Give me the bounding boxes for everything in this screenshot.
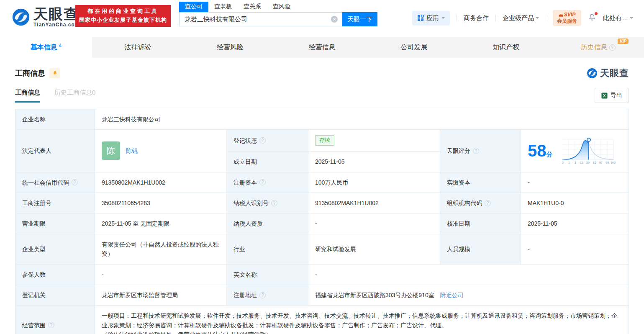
apps-button[interactable]: 应用 bbox=[412, 11, 450, 26]
clear-icon[interactable]: ✕ bbox=[331, 16, 338, 23]
score-unit: 分 bbox=[547, 151, 553, 158]
tab-operating-info[interactable]: 经营信息 bbox=[276, 37, 368, 58]
help-icon[interactable]: ? bbox=[271, 200, 277, 206]
org-code-label: 组织机构代码 ? bbox=[440, 193, 521, 213]
score-distribution-chart: 0 1 3 15 50 85 97 99 100 bbox=[559, 136, 618, 165]
tab-legal-proceedings[interactable]: 法律诉讼 bbox=[92, 37, 184, 58]
help-icon[interactable]: ? bbox=[485, 200, 491, 206]
score-cell[interactable]: 58分 bbox=[521, 130, 629, 172]
enterprise-label: 企业级产品 bbox=[503, 14, 534, 22]
slogan-line1: 都在用的商业查询工具 bbox=[87, 7, 159, 16]
registered-capital-label: 注册资本 ? bbox=[227, 172, 308, 193]
org-code-value: MAK1H1U0-0 bbox=[521, 193, 629, 213]
table-row: 企业类型 有限责任公司（非自然人投资或控股的法人独资） 行业 研究和试验发展 人… bbox=[15, 234, 629, 264]
subtab-history-business-info[interactable]: 历史工商信息0 bbox=[54, 89, 95, 103]
divider bbox=[457, 15, 457, 21]
tab-history-info[interactable]: VIP 历史信息 ? bbox=[552, 37, 644, 58]
registration-authority-value: 龙岩市新罗区市场监督管理局 bbox=[95, 285, 227, 305]
company-type-value: 有限责任公司（非自然人投资或控股的法人独资） bbox=[95, 234, 227, 264]
crown-icon bbox=[559, 13, 563, 17]
search-tab-company[interactable]: 查公司 bbox=[179, 2, 208, 12]
business-scope-note: （除依法须经批准的项目外，凭营业执照依法自主开展经营活动） bbox=[102, 330, 622, 334]
established-date-label: 成立日期 bbox=[227, 152, 308, 172]
paid-in-capital-value: - bbox=[521, 172, 629, 193]
svg-text:100: 100 bbox=[611, 161, 616, 164]
svg-text:99: 99 bbox=[606, 161, 609, 164]
chevron-down-icon bbox=[536, 17, 539, 21]
registration-number-value: 350802110654283 bbox=[95, 193, 227, 213]
industry-label: 行业 bbox=[227, 234, 308, 264]
divider bbox=[546, 15, 546, 21]
search-tab-relation[interactable]: 查关系 bbox=[238, 2, 267, 12]
help-icon[interactable]: ? bbox=[473, 148, 479, 154]
search-tab-boss[interactable]: 查老板 bbox=[208, 2, 238, 12]
help-icon[interactable]: ? bbox=[72, 179, 78, 185]
avatar[interactable]: 陈 bbox=[102, 141, 120, 160]
company-name-label: 企业名称 bbox=[15, 109, 95, 130]
user-account-menu[interactable]: 此处有… bbox=[603, 14, 633, 22]
logo-domain: TianYanCha.com bbox=[33, 22, 80, 27]
tab-basic-info-label: 基本信息 bbox=[31, 43, 57, 52]
export-button[interactable]: 导出 bbox=[595, 88, 629, 103]
help-icon[interactable]: ? bbox=[259, 137, 266, 144]
svg-text:15: 15 bbox=[580, 161, 583, 164]
search-tab-risk[interactable]: 查风险 bbox=[267, 2, 296, 12]
help-icon[interactable]: ? bbox=[259, 179, 266, 185]
legal-rep-cell: 陈 陈锟 bbox=[95, 130, 227, 172]
tab-company-development[interactable]: 公司发展 bbox=[368, 37, 460, 58]
svg-text:0: 0 bbox=[562, 161, 564, 164]
credit-code-value: 91350802MAK1H1U002 bbox=[95, 172, 227, 193]
search-area: 查公司 查老板 查关系 查风险 ✕ 天眼一下 bbox=[179, 2, 377, 26]
tianyancha-watermark: 天眼查 bbox=[587, 67, 629, 80]
chevron-down-icon bbox=[441, 17, 445, 21]
notifications-bell[interactable] bbox=[588, 13, 596, 23]
svg-text:1: 1 bbox=[568, 161, 570, 164]
registration-authority-label: 登记机关 bbox=[15, 285, 95, 305]
nearby-companies-link[interactable]: 附近公司 bbox=[440, 292, 464, 298]
taxpayer-id-label: 纳税人识别号 ? bbox=[227, 193, 308, 213]
tianyancha-logo-icon bbox=[587, 68, 598, 79]
status-badge: 存续 bbox=[315, 135, 334, 146]
score-value: 58 bbox=[528, 141, 547, 160]
excel-icon bbox=[601, 92, 608, 99]
industry-value: 研究和试验发展 bbox=[308, 234, 440, 264]
subscribe-bell-button[interactable] bbox=[49, 68, 60, 78]
tab-intellectual-property[interactable]: 知识产权 bbox=[460, 37, 552, 58]
established-date-value: 2025-11-05 bbox=[308, 152, 440, 172]
search-button[interactable]: 天眼一下 bbox=[342, 12, 377, 26]
business-term-label: 营业期限 bbox=[15, 213, 95, 234]
taxpayer-qualification-label: 纳税人资质 bbox=[227, 213, 308, 234]
registered-address-value: 福建省龙岩市新罗区西陂路303号办公楼910室 附近公司 bbox=[308, 285, 629, 305]
slogan-banner: 都在用的商业查询工具 国家中小企业发展子基金旗下机构 bbox=[75, 5, 171, 27]
business-info-subtabs: 工商信息 历史工商信息0 bbox=[15, 89, 95, 103]
help-icon[interactable]: ? bbox=[609, 44, 616, 51]
menu-cooperation[interactable]: 商务合作 bbox=[464, 14, 489, 22]
svip-membership-badge[interactable]: SVIP 会员服务 bbox=[553, 10, 581, 26]
score-label: 天眼评分 ? bbox=[440, 130, 521, 172]
reg-status-label: 登记状态 ? bbox=[227, 130, 308, 152]
business-scope-label: 经营范围 ? bbox=[15, 306, 95, 334]
svip-line1: SVIP bbox=[564, 12, 575, 18]
search-input[interactable] bbox=[180, 13, 342, 26]
tab-basic-info[interactable]: 基本信息 4 bbox=[0, 37, 92, 58]
export-label: 导出 bbox=[611, 92, 622, 99]
insured-count-value: - bbox=[95, 264, 227, 285]
legal-rep-link[interactable]: 陈锟 bbox=[126, 146, 138, 155]
registered-address-label: 注册地址 ? bbox=[227, 285, 308, 305]
logo-brand: 天眼查 bbox=[33, 7, 80, 21]
menu-enterprise-products[interactable]: 企业级产品 bbox=[503, 14, 539, 22]
business-term-value: 2025-11-05 至 无固定期限 bbox=[95, 213, 227, 234]
tab-operating-risk[interactable]: 经营风险 bbox=[184, 37, 276, 58]
subtab-business-info[interactable]: 工商信息 bbox=[15, 89, 40, 103]
user-account-label: 此处有… bbox=[603, 14, 628, 22]
help-icon[interactable]: ? bbox=[259, 292, 266, 298]
svg-text:85: 85 bbox=[593, 161, 596, 164]
help-icon[interactable]: ? bbox=[48, 322, 54, 328]
tianyancha-logo[interactable]: 天眼查 TianYanCha.com bbox=[12, 7, 80, 27]
page-header: 天眼查 TianYanCha.com 都在用的商业查询工具 国家中小企业发展子基… bbox=[0, 0, 644, 37]
apps-grid-icon bbox=[417, 15, 424, 21]
company-name-value: 龙岩三快科技有限公司 bbox=[95, 109, 629, 130]
tianyancha-logo-icon bbox=[12, 8, 30, 26]
notification-dot bbox=[595, 12, 598, 15]
cooperation-label: 商务合作 bbox=[464, 14, 489, 22]
